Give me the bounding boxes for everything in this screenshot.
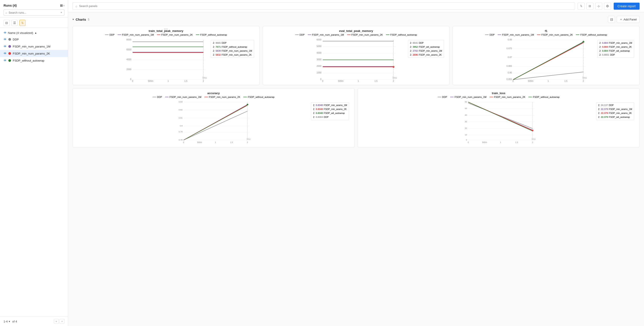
run-name-fsdp1m: FSDP_min_num_params_1M: [13, 45, 50, 48]
svg-text:1.5: 1.5: [564, 80, 568, 82]
search-icon: ⌕: [6, 11, 7, 14]
charts-top-row: ⠿⠿ ✎ ⤢ ⋮ train_total_peak_memory DDP FSD…: [72, 26, 640, 85]
run-item-ddp[interactable]: 👁 DDP: [0, 36, 68, 43]
svg-text:Step: Step: [582, 77, 587, 79]
t1r1-prefix: 2:: [213, 41, 215, 45]
svg-line-115: [468, 103, 532, 128]
svg-text:2: 2: [583, 80, 584, 82]
chart4-svg: 0.83 0.82 0.81 0.8 0.79 0.78 0 500m: [76, 100, 351, 144]
section-layout-icon[interactable]: ⊟: [608, 16, 615, 23]
svg-text:20: 20: [465, 127, 467, 129]
svg-text:Step: Step: [392, 77, 397, 79]
run-search-input[interactable]: [8, 11, 59, 14]
legend-ddp-4: DDP: [152, 96, 162, 98]
chart4-area: 0.83 0.82 0.81 0.8 0.79 0.78 0 500m: [76, 100, 351, 144]
per-page-label: 1-4: [4, 320, 8, 323]
legend-fsdpno-5: FSDP_without_autowrap: [528, 96, 560, 98]
svg-text:0: 0: [132, 80, 134, 82]
svg-text:50: 50: [465, 107, 467, 110]
sidebar-header: Runs (4) ▤ › ⌕ ✦: [0, 0, 68, 18]
svg-text:Step: Step: [202, 77, 207, 79]
next-page-button[interactable]: ›: [60, 319, 64, 324]
chart2-legend: DDP FSDP_min_num_params_1M FSDP_min_num_…: [266, 34, 446, 36]
section-collapse-icon[interactable]: ▾: [72, 18, 74, 21]
svg-text:0: 0: [512, 80, 514, 82]
section-actions: ⊟ ＋ Add Panel: [608, 16, 640, 23]
t1r4-label: FSDP_min_num_params_2K: [222, 53, 252, 57]
outliers-icon[interactable]: ⊹: [595, 3, 602, 10]
run-item-fsdp2k[interactable]: 👁 FSDP_min_num_params_2K: [0, 50, 68, 57]
svg-line-118: [468, 102, 532, 131]
legend-ddp-2: DDP: [295, 34, 305, 36]
svg-text:0.855: 0.855: [507, 78, 512, 81]
run-eye-icon-ddp: 👁: [4, 38, 6, 41]
add-panel-button[interactable]: ＋ Add Panel: [617, 16, 640, 23]
svg-line-92: [184, 111, 248, 140]
svg-text:Step: Step: [246, 138, 251, 140]
svg-text:6000: 6000: [126, 48, 132, 51]
svg-text:0.81: 0.81: [179, 117, 183, 119]
search-panels-box[interactable]: ⌕: [72, 3, 575, 10]
prev-page-button[interactable]: ‹: [54, 319, 59, 324]
search-panels-icon: ⌕: [76, 4, 77, 8]
chart-train-total-peak-memory: ⠿⠿ ✎ ⤢ ⋮ train_total_peak_memory DDP FSD…: [72, 26, 260, 85]
name-header[interactable]: 👁 Name (4 visualized) ▲: [0, 30, 68, 36]
settings-icon[interactable]: ⚙: [604, 3, 611, 10]
svg-text:1.5: 1.5: [184, 80, 187, 82]
legend-fsdpno-4: FSDP_without_autowrap: [243, 96, 274, 98]
chart5-svg: 60 50 40 30 20 10 0 0: [361, 100, 636, 144]
run-search-box[interactable]: ⌕ ✦: [4, 10, 64, 16]
run-eye-icon-fsdp2k: 👁: [4, 52, 6, 55]
columns-button[interactable]: ☰: [12, 20, 18, 26]
sort-arrow: ▲: [34, 32, 37, 34]
svg-text:2000: 2000: [316, 65, 322, 67]
svg-line-91: [184, 105, 248, 140]
of-label: of 4: [12, 320, 17, 323]
section-title: Charts: [76, 18, 86, 21]
drag-handle-chart1[interactable]: ⠿⠿: [164, 28, 168, 31]
run-name-fsdp2k: FSDP_min_num_params_2K: [13, 52, 50, 55]
legend-fsdp1m-5: FSDP_min_num_params_1M: [450, 96, 486, 98]
chart5-area: 60 50 40 30 20 10 0 0: [361, 100, 636, 144]
chart3-area: 0.88 0.875 0.87 0.865 0.86 0.855 0 500: [456, 38, 636, 82]
layout-icon[interactable]: ⊟: [586, 3, 594, 10]
chart3-title: f1: [456, 29, 636, 33]
svg-text:0.82: 0.82: [179, 109, 183, 111]
chart5-title: train_loss: [361, 92, 636, 95]
svg-text:4000: 4000: [126, 58, 132, 61]
search-panels-input[interactable]: [79, 5, 572, 8]
svg-text:1: 1: [168, 80, 169, 82]
t1r2-prefix: 2:: [213, 45, 215, 49]
menu-chart1-button[interactable]: ⋮: [252, 28, 258, 33]
t1r4-prefix: 2:: [213, 53, 215, 57]
legend-fsdpno-3: FSDP_without_autowrap: [576, 34, 607, 36]
chart2-title: eval_total_peak_memory: [266, 29, 446, 33]
svg-text:0: 0: [130, 78, 132, 81]
filter-star-icon: ✦: [60, 11, 62, 14]
chart-f1: f1 DDP FSDP_min_num_params_1M FSDP_min_n…: [452, 26, 640, 85]
sort-button[interactable]: ⇅: [19, 20, 26, 26]
edit-chart1-button[interactable]: ✎: [240, 28, 245, 33]
run-eye-icon-fsdp-nowrap: 👁: [4, 59, 6, 62]
smoothing-icon[interactable]: 𝕏: [578, 3, 585, 10]
top-bar-icons: 𝕏 ⊟ ⊹ ⚙: [578, 3, 611, 10]
svg-text:1.5: 1.5: [230, 141, 233, 143]
chart3-legend: DDP FSDP_min_num_params_1M FSDP_min_num_…: [456, 34, 636, 36]
run-item-fsdp-nowrap[interactable]: 👁 FSDP_without_autowrap: [0, 57, 68, 64]
chart1-tooltip: 2: 9665 DDP 2: 7071 FSDP_without_autowra…: [211, 40, 254, 58]
filter-row: ⊟ ☰ ⇅: [0, 18, 68, 28]
table-view-icon[interactable]: ▤ ›: [60, 4, 64, 7]
svg-text:1: 1: [215, 141, 216, 143]
expand-chart1-button[interactable]: ⤢: [246, 28, 252, 33]
create-report-button[interactable]: Create report: [614, 3, 640, 10]
sidebar-footer: 1-4 ▼ of 4 ‹ ›: [0, 316, 68, 326]
run-item-fsdp1m[interactable]: 👁 FSDP_min_num_params_1M: [0, 43, 68, 50]
filter-button[interactable]: ⊟: [4, 20, 10, 26]
svg-text:2: 2: [532, 141, 533, 143]
svg-text:30: 30: [465, 121, 467, 123]
svg-text:0: 0: [466, 139, 467, 141]
chart3-tooltip: 2: 0.884 FSDP_min_arams_1M 2: 0.884 FSDP…: [598, 40, 634, 58]
svg-text:500m: 500m: [148, 80, 154, 82]
t1r1-label: DDP: [222, 41, 226, 45]
per-page-selector[interactable]: 1-4 ▼: [4, 320, 10, 323]
